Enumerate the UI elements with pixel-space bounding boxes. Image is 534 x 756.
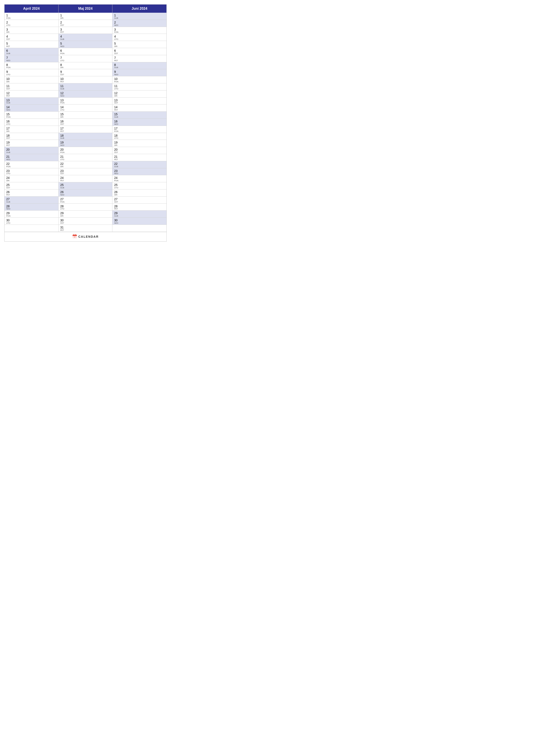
day-cell: 19NED [59, 140, 113, 147]
day-cell: 15SUB [113, 112, 166, 119]
day-number: 20 [60, 148, 111, 151]
day-number: 5 [114, 42, 165, 45]
day-number: 14 [6, 105, 57, 109]
svg-rect-3 [74, 234, 74, 235]
day-number: 22 [60, 162, 111, 166]
day-number: 10 [60, 77, 111, 81]
day-name: PON [6, 166, 57, 168]
day-name: UTO [60, 208, 111, 210]
day-name: SUB [60, 88, 111, 90]
day-cell-empty [5, 225, 59, 232]
day-number: 18 [60, 134, 111, 138]
day-cell: 10PON [113, 76, 166, 83]
day-name: ČET [60, 173, 111, 175]
day-number: 2 [114, 21, 165, 24]
day-cell: 24PON [113, 175, 166, 182]
day-name: PON [114, 180, 165, 182]
month-header-maj: Maj 2024 [59, 5, 113, 13]
day-cell: 30NED [113, 218, 166, 225]
day-name: UTO [60, 159, 111, 161]
day-number: 6 [6, 49, 57, 53]
day-number: 22 [114, 162, 165, 166]
day-name: PON [60, 201, 111, 203]
day-number: 25 [6, 183, 57, 187]
day-number: 9 [6, 70, 57, 74]
day-number: 24 [60, 176, 111, 180]
day-number: 2 [60, 21, 111, 24]
day-number: 11 [114, 84, 165, 88]
day-number: 15 [114, 113, 165, 116]
day-name: PET [60, 130, 111, 132]
day-cell: 13ČET [113, 97, 166, 105]
day-number: 7 [60, 56, 111, 60]
day-name: ČET [6, 137, 57, 139]
day-name: PON [60, 102, 111, 104]
day-cell: 26SRI [113, 189, 166, 197]
day-number: 13 [114, 98, 165, 102]
day-number: 4 [6, 35, 57, 39]
day-cell: 5SRI [113, 41, 166, 48]
day-name: SRI [60, 116, 111, 118]
day-name: NED [114, 74, 165, 76]
day-name: NED [6, 109, 57, 111]
day-name: SUB [60, 137, 111, 139]
day-cell: 27PON [59, 197, 113, 204]
day-cell: 29SUB [113, 210, 166, 218]
day-name: UTO [6, 222, 57, 224]
day-number: 23 [114, 169, 165, 173]
day-cell: 1SUB [113, 13, 166, 20]
day-number: 30 [60, 219, 111, 222]
day-number: 15 [6, 113, 57, 116]
day-name: SRI [60, 67, 111, 68]
day-cell: 17PET [59, 126, 113, 133]
day-cell: 20SUB [5, 147, 59, 154]
day-number: 26 [6, 190, 57, 194]
day-name: PET [6, 194, 57, 196]
day-number: 25 [60, 183, 111, 187]
day-cell-empty [113, 225, 166, 232]
day-cell: 2ČET [59, 20, 113, 27]
day-cell: 12SRI [113, 91, 166, 97]
svg-text:7: 7 [74, 236, 75, 238]
day-number: 30 [6, 219, 57, 222]
day-cell: 10PET [59, 76, 113, 83]
day-cell: 17PON [113, 126, 166, 133]
day-number: 27 [6, 198, 57, 201]
day-name: UTO [6, 123, 57, 125]
day-cell: 28NED [5, 204, 59, 211]
day-name: ČET [60, 123, 111, 125]
day-number: 7 [6, 56, 57, 60]
day-cell: 20ČET [113, 147, 166, 154]
day-name: PON [6, 17, 57, 19]
day-name: NED [6, 159, 57, 161]
day-number: 31 [60, 226, 111, 229]
day-cell: 11UTO [113, 83, 166, 91]
day-number: 4 [60, 35, 111, 39]
day-name: PET [114, 60, 165, 62]
day-cell: 3PON [113, 27, 166, 34]
day-number: 14 [60, 105, 111, 109]
day-name: SUB [114, 166, 165, 168]
day-cell: 10SRI [5, 76, 59, 83]
day-cell: 16ČET [59, 119, 113, 126]
day-number: 19 [60, 141, 111, 145]
day-name: NED [60, 145, 111, 146]
day-cell: 18ČET [5, 133, 59, 140]
day-name: PON [6, 215, 57, 217]
day-cell: 4SUB [59, 34, 113, 41]
day-number: 1 [60, 14, 111, 17]
day-number: 21 [6, 155, 57, 159]
day-name: SRI [6, 31, 57, 33]
day-number: 16 [6, 120, 57, 123]
day-name: ČET [60, 74, 111, 76]
month-header-april: April 2024 [5, 5, 59, 13]
day-number: 20 [114, 148, 165, 151]
day-number: 28 [60, 204, 111, 208]
day-cell: 23NED [113, 168, 166, 176]
day-name: PET [6, 45, 57, 47]
day-name: UTO [60, 60, 111, 62]
footer-calendar-text: CALENDAR [78, 235, 99, 238]
day-name: NED [60, 45, 111, 47]
day-number: 16 [114, 120, 165, 123]
day-name: ČET [114, 53, 165, 55]
